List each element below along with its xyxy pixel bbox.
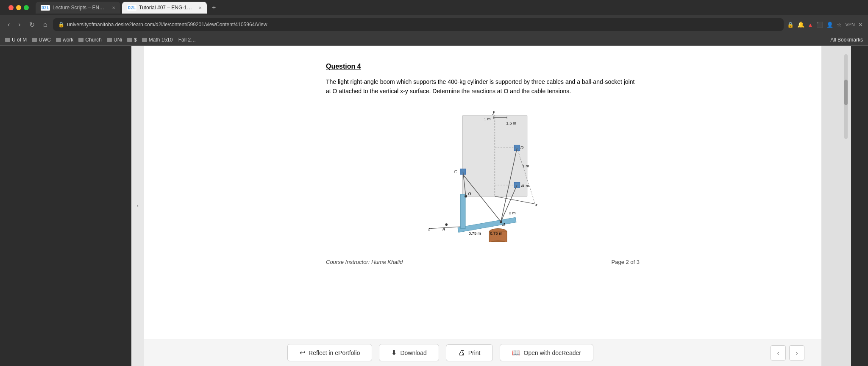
svg-line-4	[495, 196, 537, 204]
toolbar-nav: ‹ ›	[737, 345, 821, 360]
svg-text:y: y	[492, 109, 495, 115]
svg-point-11	[445, 223, 448, 226]
tab2-icon: D2L	[127, 5, 136, 11]
open-reader-label: Open with docReader	[524, 349, 581, 356]
home-button[interactable]: ⌂	[41, 19, 50, 30]
bookmark-uofm-label: U of M	[12, 37, 27, 43]
new-tab-button[interactable]: +	[209, 4, 219, 11]
bookmark-uwc-label: UWC	[39, 37, 51, 43]
bookmark-church-label: Church	[85, 37, 102, 43]
notification-icon: 🔔	[797, 21, 804, 28]
menu-icon[interactable]: ✕	[858, 22, 863, 28]
bookmarks-bar: U of M UWC work Church UNi $ Math 1510 –…	[0, 34, 868, 46]
bookmark-uofm[interactable]: U of M	[5, 37, 27, 43]
folder-icon	[5, 38, 10, 42]
bookmark-work-label: work	[63, 37, 73, 43]
lock-icon: 🔒	[787, 22, 794, 28]
reflect-icon: ↩	[300, 349, 305, 357]
course-instructor: Course Instructor: Huma Khalid	[326, 259, 403, 265]
doc-content: Question 4 The light right-angle boom wh…	[292, 46, 673, 339]
sidebar-arrow-icon: ›	[137, 203, 139, 209]
browser-tab-1[interactable]: D2L Lecture Scripts – ENG-1440-A0… ✕	[36, 2, 120, 14]
svg-text:0.75 m: 0.75 m	[469, 231, 481, 236]
svg-text:B: B	[502, 222, 505, 227]
back-button[interactable]: ‹	[5, 19, 12, 30]
browser-tab-2[interactable]: D2L Tutorial #07 – ENG-1440-A0… ✕	[122, 2, 207, 14]
bookmark-church[interactable]: Church	[78, 37, 102, 43]
page-info: Page 2 of 3	[612, 259, 640, 265]
svg-text:A: A	[442, 227, 445, 231]
print-icon: 🖨	[458, 349, 465, 357]
open-reader-button[interactable]: 📖 Open with docReader	[500, 344, 593, 361]
profile-icon: 👤	[826, 22, 833, 28]
bookmark-icon: ☆	[837, 22, 842, 28]
scrollbar-thumb[interactable]	[844, 80, 848, 105]
bookmark-work[interactable]: work	[56, 37, 73, 43]
extensions-icon: ⬛	[816, 22, 823, 28]
question-text: The light right-angle boom which support…	[326, 77, 640, 96]
left-sidebar: ›	[0, 46, 144, 366]
all-bookmarks-label: All Bookmarks	[830, 37, 863, 43]
svg-text:O: O	[468, 191, 471, 196]
right-dark-panel	[851, 46, 868, 366]
bookmark-uwc[interactable]: UWC	[32, 37, 51, 43]
download-label: Download	[400, 349, 426, 356]
reflect-button[interactable]: ↩ Reflect in ePortfolio	[287, 344, 372, 361]
sidebar-toggle[interactable]: ›	[131, 46, 144, 366]
bookmark-dollar-label: $	[134, 37, 137, 43]
download-button[interactable]: ⬇ Download	[379, 344, 439, 361]
engineering-diagram: y x z	[398, 106, 568, 242]
tab2-label: Tutorial #07 – ENG-1440-A0…	[139, 5, 194, 11]
address-bar[interactable]: 🔒 universityofmanitoba.desire2learn.com/…	[53, 18, 783, 31]
folder-icon	[56, 38, 61, 42]
document-footer: Course Instructor: Huma Khalid Page 2 of…	[326, 259, 640, 274]
question-title: Question 4	[326, 63, 640, 70]
bookmark-math-label: Math 1510 – Fall 2…	[149, 37, 196, 43]
svg-text:z: z	[428, 226, 430, 231]
reader-icon: 📖	[512, 349, 520, 357]
close-button[interactable]	[8, 5, 14, 10]
svg-text:x: x	[535, 202, 537, 207]
tab2-close[interactable]: ✕	[198, 6, 202, 10]
next-icon: ›	[796, 349, 798, 356]
svg-rect-8	[461, 194, 465, 228]
bookmark-math[interactable]: Math 1510 – Fall 2…	[142, 37, 196, 43]
scrollbar-track[interactable]	[844, 54, 848, 139]
reflect-label: Reflect in ePortfolio	[309, 349, 360, 356]
print-label: Print	[468, 349, 481, 356]
svg-text:2 m: 2 m	[509, 211, 516, 215]
tab1-icon: D2L	[41, 5, 50, 11]
svg-text:0.75 m: 0.75 m	[490, 231, 502, 236]
content-area: Question 4 The light right-angle boom wh…	[144, 46, 821, 339]
diagram-container: y x z	[326, 106, 640, 242]
svg-text:1.5 m: 1.5 m	[506, 121, 516, 125]
bookmark-uni[interactable]: UNi	[107, 37, 122, 43]
toolbar-center: ↩ Reflect in ePortfolio ⬇ Download 🖨 Pri…	[144, 344, 737, 361]
svg-text:1 m: 1 m	[522, 183, 529, 188]
svg-text:1 m: 1 m	[522, 164, 529, 168]
prev-page-button[interactable]: ‹	[771, 345, 786, 360]
folder-icon	[107, 38, 112, 42]
print-button[interactable]: 🖨 Print	[446, 344, 493, 361]
download-icon: ⬇	[391, 349, 397, 357]
maximize-button[interactable]	[24, 5, 29, 10]
prev-icon: ‹	[777, 349, 779, 356]
reload-button[interactable]: ↻	[27, 19, 37, 30]
minimize-button[interactable]	[16, 5, 21, 10]
right-sidebar	[821, 46, 851, 366]
bookmark-uni-label: UNi	[114, 37, 122, 43]
bookmark-dollar[interactable]: $	[127, 37, 137, 43]
svg-text:1 m: 1 m	[484, 116, 491, 121]
address-text: universityofmanitoba.desire2learn.com/d2…	[67, 22, 267, 28]
svg-text:C: C	[453, 169, 457, 174]
svg-text:D: D	[520, 145, 524, 150]
svg-rect-7	[458, 217, 516, 232]
tab1-close[interactable]: ✕	[112, 6, 115, 10]
folder-icon	[142, 38, 147, 42]
next-page-button[interactable]: ›	[789, 345, 804, 360]
browser-nav-right: 🔒 🔔 ▲ ⬛ 👤 ☆ VPN ✕	[787, 21, 863, 28]
folder-icon	[78, 38, 83, 42]
forward-button[interactable]: ›	[16, 19, 23, 30]
tab1-label: Lecture Scripts – ENG-1440-A0…	[53, 5, 108, 11]
bottom-toolbar: ↩ Reflect in ePortfolio ⬇ Download 🖨 Pri…	[144, 339, 821, 366]
